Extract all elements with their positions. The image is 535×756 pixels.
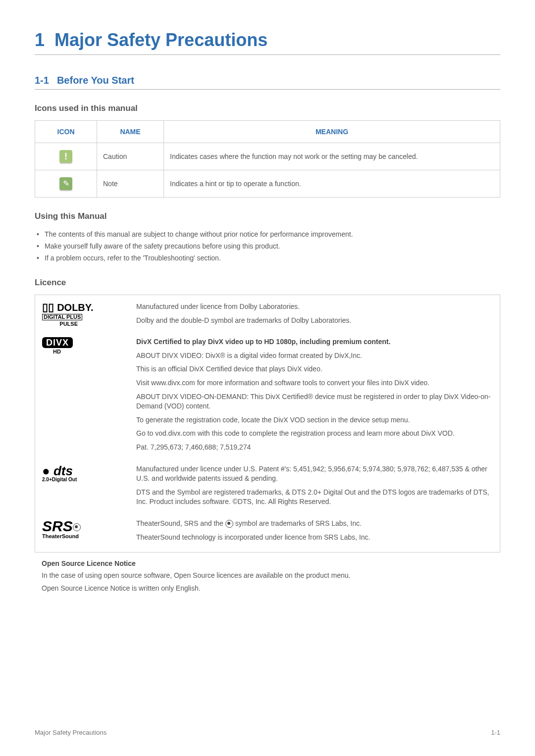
dolby-p1: Manufactured under licence from Dolby La… <box>136 302 493 312</box>
srs-circle-icon <box>73 523 81 531</box>
dolby-logo: ▯▯ DOLBY. DIGITAL PLUS PULSE <box>42 302 136 327</box>
divx-p7: Go to vod.divx.com with this code to com… <box>136 429 493 439</box>
dolby-text: Manufactured under licence from Dolby La… <box>136 302 493 329</box>
srs-p1: TheaterSound, SRS and the symbol are tra… <box>136 519 493 529</box>
divx-p3: This is an official DivX Certified devic… <box>136 364 493 374</box>
subheading-licence: Licence <box>35 278 500 288</box>
col-icon: ICON <box>35 121 97 143</box>
open-source-title: Open Source Licence Notice <box>42 559 500 567</box>
chapter-number: 1 <box>35 30 45 50</box>
dolby-logo-sub2: PULSE <box>42 321 78 327</box>
list-item: Make yourself fully aware of the safety … <box>35 240 500 252</box>
divx-p8: Pat. 7,295,673; 7,460,688; 7,519,274 <box>136 443 493 453</box>
icons-table: ICON NAME MEANING ! Caution Indicates ca… <box>35 120 500 198</box>
dts-p2: DTS and the Symbol are registered tradem… <box>136 488 493 507</box>
srs-logo-text: SRS <box>42 518 73 534</box>
dolby-logo-sub1: DIGITAL PLUS <box>42 314 82 320</box>
dts-logo-sub: 2.0+Digital Out <box>42 477 136 482</box>
dolby-p2: Dolby and the double-D symbol are tradem… <box>136 316 493 326</box>
divx-p2: ABOUT DIVX VIDEO: DivX® is a digital vid… <box>136 351 493 361</box>
dts-logo: ● dts 2.0+Digital Out <box>42 464 136 482</box>
caution-icon: ! <box>59 150 72 163</box>
divx-p4: Visit www.divx.com for more information … <box>136 378 493 388</box>
licence-dolby: ▯▯ DOLBY. DIGITAL PLUS PULSE Manufacture… <box>42 300 493 335</box>
open-source-p2: Open Source Licence Notice is written on… <box>42 584 500 592</box>
srs-p2: TheaterSound technology is incorporated … <box>136 533 493 543</box>
section-number: 1-1 <box>35 75 49 86</box>
section-text: Before You Start <box>57 75 134 86</box>
dolby-logo-text: DOLBY. <box>57 302 93 313</box>
footer-left: Major Safety Precautions <box>35 729 107 736</box>
name-cell: Note <box>97 170 164 198</box>
licence-dts: ● dts 2.0+Digital Out Manufactured under… <box>42 462 493 517</box>
srs-logo: SRS TheaterSound <box>42 519 136 539</box>
icon-cell: ✎ <box>35 170 97 198</box>
divx-logo-hd: HD <box>42 349 72 354</box>
name-cell: Caution <box>97 143 164 170</box>
licence-box: ▯▯ DOLBY. DIGITAL PLUS PULSE Manufacture… <box>35 295 500 553</box>
srs-logo-sub: TheaterSound <box>42 534 136 539</box>
section-title: 1-1Before You Start <box>35 75 500 90</box>
page-footer: Major Safety Precautions 1-1 <box>35 729 500 736</box>
col-meaning: MEANING <box>164 121 500 143</box>
col-name: NAME <box>97 121 164 143</box>
licence-srs: SRS TheaterSound TheaterSound, SRS and t… <box>42 517 493 547</box>
divx-p1: DivX Certified to play DivX video up to … <box>136 337 493 347</box>
icon-cell: ! <box>35 143 97 170</box>
list-item: If a problem occurs, refer to the 'Troub… <box>35 252 500 264</box>
subheading-icons: Icons used in this manual <box>35 103 500 113</box>
srs-symbol-icon <box>225 520 233 528</box>
srs-text: TheaterSound, SRS and the symbol are tra… <box>136 519 493 546</box>
open-source-p1: In the case of using open source softwar… <box>42 571 500 579</box>
open-source-block: Open Source Licence Notice In the case o… <box>42 559 500 592</box>
divx-logo-text: DIVX <box>42 337 73 348</box>
dts-logo-text: dts <box>54 463 73 478</box>
footer-right: 1-1 <box>491 729 500 736</box>
using-list: The contents of this manual are subject … <box>35 228 500 264</box>
divx-logo: DIVX HD <box>42 337 136 354</box>
dts-text: Manufactured under licence under U.S. Pa… <box>136 464 493 511</box>
licence-divx: DIVX HD DivX Certified to play DivX vide… <box>42 335 493 462</box>
note-icon: ✎ <box>59 177 72 190</box>
meaning-cell: Indicates cases where the function may n… <box>164 143 500 170</box>
divx-p5: ABOUT DIVX VIDEO-ON-DEMAND: This DivX Ce… <box>136 392 493 411</box>
dts-p1: Manufactured under licence under U.S. Pa… <box>136 464 493 484</box>
chapter-title: 1Major Safety Precautions <box>35 30 500 55</box>
divx-p6: To generate the registration code, locat… <box>136 415 493 425</box>
list-item: The contents of this manual are subject … <box>35 228 500 240</box>
divx-text: DivX Certified to play DivX video up to … <box>136 337 493 456</box>
table-row: ! Caution Indicates cases where the func… <box>35 143 500 170</box>
table-row: ✎ Note Indicates a hint or tip to operat… <box>35 170 500 198</box>
subheading-using: Using this Manual <box>35 211 500 221</box>
chapter-text: Major Safety Precautions <box>54 30 268 50</box>
meaning-cell: Indicates a hint or tip to operate a fun… <box>164 170 500 198</box>
